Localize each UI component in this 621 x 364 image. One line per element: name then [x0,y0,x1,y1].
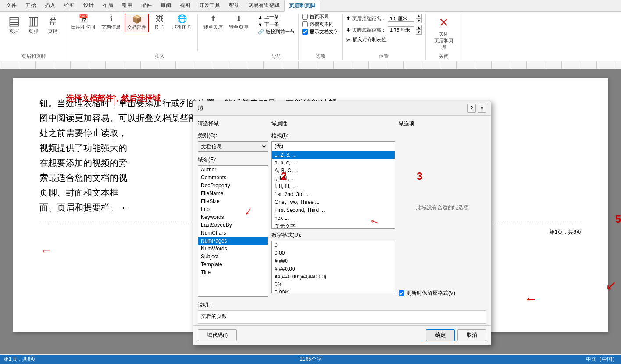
show-text-checkbox[interactable] [302,29,308,35]
format-item-none[interactable]: (无) [272,142,395,151]
cancel-btn[interactable]: 取消 [457,329,486,341]
check-odd-even[interactable]: 奇偶页不同 [302,21,334,28]
check-link-prev[interactable]: 🔗 链接到前一节 [258,29,295,35]
field-item-info[interactable]: Info [198,205,268,213]
field-code-btn[interactable]: 域代码(I) [198,329,237,341]
odd-even-checkbox[interactable] [302,21,308,27]
tab-developer[interactable]: 开发工具 [195,0,225,11]
btn-doc-info[interactable]: ℹ 文档信息 [99,14,123,32]
check-first-page[interactable]: 首页不同 [302,14,329,20]
tab-file[interactable]: 文件 [2,0,21,11]
field-item-numwords[interactable]: NumWords [198,245,268,253]
tab-design[interactable]: 设计 [79,0,98,11]
dialog-footer: 域代码(I) 确定 取消 [193,325,491,345]
check-link-prev-label: 链接到前一节 [266,29,295,35]
tab-help[interactable]: 帮助 [225,0,244,11]
btn-page-number[interactable]: # 页码 [44,14,61,36]
ok-btn[interactable]: 确定 [426,329,455,341]
field-item-numchars[interactable]: NumChars [198,229,268,237]
header-distance-down[interactable]: ▼ [416,18,422,23]
num-fmt-yen[interactable]: ¥#,##0.00;(¥#,##0.00) [272,273,395,281]
num-fmt-0[interactable]: 0 [272,241,395,249]
align-table-row[interactable]: ⫸ 插入对齐制表位 [346,36,386,43]
dialog-close-btn[interactable]: × [478,104,486,113]
num-fmt-hash000[interactable]: #,##0.00 [272,265,395,273]
step3-label: 3 [417,170,422,182]
field-item-author[interactable]: Author [198,166,268,174]
btn-header[interactable]: ▤ 页眉 [5,14,23,36]
category-combo[interactable]: 文档信息 [198,141,268,152]
format-item-ordinal-words[interactable]: First Second, Third ... [272,206,395,214]
field-listbox[interactable]: Author Comments DocProperty FileName Fil… [198,165,268,297]
format-item-123[interactable]: 1, 2, 3, ... [272,151,395,159]
format-item-roman-lower[interactable]: i, ii, iii, ... [272,175,395,182]
group-navigation: ▲ 上一条 ▼ 下一条 🔗 链接到前一节 导航 [254,14,299,60]
format-item-ordinal[interactable]: 1st, 2nd, 3rd ... [272,190,395,198]
tab-layout[interactable]: 布局 [98,0,118,11]
group-header-footer: ▤ 页眉 ▥ 页脚 # 页码 页眉和页脚 [2,14,65,60]
field-item-template[interactable]: Template [198,261,268,268]
update-checkbox-row[interactable]: 更新时保留原格式(V) [399,289,486,297]
format-item-words[interactable]: One, Two, Three ... [272,198,395,206]
tab-home[interactable]: 开始 [21,0,40,11]
check-show-text[interactable]: 显示文档文字 [302,29,339,35]
btn-footer[interactable]: ▥ 页脚 [25,14,42,36]
field-item-keywords[interactable]: Keywords [198,213,268,221]
tab-translate[interactable]: 网易有道翻译 [244,0,284,11]
footer-distance-up[interactable]: ▲ [416,25,422,30]
header-distance-input[interactable] [388,15,414,22]
btn-date-time[interactable]: 📅 日期和时间 [69,14,97,32]
field-item-filesize[interactable]: FileSize [198,197,268,205]
tab-insert[interactable]: 插入 [40,0,60,11]
num-fmt-pct00[interactable]: 0.00% [272,289,395,293]
footer-distance-input[interactable] [388,26,414,33]
field-item-docproperty[interactable]: DocProperty [198,182,268,189]
format-item-abc-lower[interactable]: a, b, c, ... [272,159,395,167]
tab-references[interactable]: 引用 [118,0,137,11]
dialog-col2: 域属性 格式(I): (无) 1, 2, 3, ... a, b, c, ...… [271,120,395,297]
btn-goto-footer[interactable]: ⬇ 转至页脚 [227,14,250,32]
odd-even-label: 奇偶页不同 [310,21,334,28]
tab-review[interactable]: 审阅 [156,0,175,11]
field-item-numpages[interactable]: NumPages [198,237,268,245]
category-select[interactable]: 文档信息 [198,141,268,152]
tab-mailings[interactable]: 邮件 [137,0,156,11]
num-fmt-000[interactable]: 0.00 [272,249,395,257]
btn-goto-header[interactable]: ⬆ 转至页眉 [201,14,225,32]
btn-online-picture[interactable]: 🌐 联机图片 [170,14,194,32]
header-distance-row: ⬆ 页眉顶端距离： ▲ ▼ [346,14,422,23]
btn-close-header-footer[interactable]: ✕ 关闭页眉和页脚 [429,14,458,52]
dialog-help-btn[interactable]: ? [467,104,476,113]
btn-goto-footer-label: 转至页脚 [229,24,248,30]
numeric-format-listbox[interactable]: 0 0.00 #,##0 #,##0.00 ¥#,##0.00;(¥#,##0.… [271,241,395,293]
header-distance-icon: ⬆ [346,15,350,21]
format-item-roman-upper[interactable]: I, II, III, ... [272,182,395,190]
field-item-subject[interactable]: Subject [198,253,268,261]
no-options-container: 此域没有合适的域选项 [399,129,486,286]
num-fmt-pct0[interactable]: 0% [272,281,395,289]
footer-distance-label: 页脚底端距离： [352,27,386,33]
field-item-filename[interactable]: FileName [198,189,268,197]
group-close: ✕ 关闭页眉和页脚 关闭 [426,14,462,60]
description-text: 文档的页数 [198,310,486,324]
btn-doc-info-label: 文档信息 [101,24,121,30]
check-prev[interactable]: ▲ 上一条 [258,14,279,20]
link-prev-icon: 🔗 [258,29,264,35]
tab-draw[interactable]: 绘图 [60,0,79,11]
tab-view[interactable]: 视图 [175,0,195,11]
field-item-title[interactable]: Title [198,268,268,276]
header-distance-up[interactable]: ▲ [416,14,422,18]
domain-dialog[interactable]: 域 ? × 请选择域 类别(C): 文档信息 域名(F): Author [193,101,491,345]
btn-picture[interactable]: 🖼 图片 [151,14,168,32]
btn-doc-parts[interactable]: 📦 文档部件 [125,14,149,32]
check-next[interactable]: ▼ 下一条 [258,21,279,28]
field-item-comments[interactable]: Comments [198,174,268,182]
first-page-checkbox[interactable] [302,14,308,20]
footer-distance-down[interactable]: ▼ [416,30,422,35]
update-checkbox[interactable] [399,290,404,296]
num-fmt-hash0[interactable]: #,##0 [272,257,395,265]
footer-right: 第1页，共8页 [550,228,582,237]
field-item-lastsavedby[interactable]: LastSavedBy [198,221,268,229]
format-item-abc-upper[interactable]: A, B, C, ... [272,167,395,175]
tab-header-footer[interactable]: 页眉和页脚 [284,0,320,12]
